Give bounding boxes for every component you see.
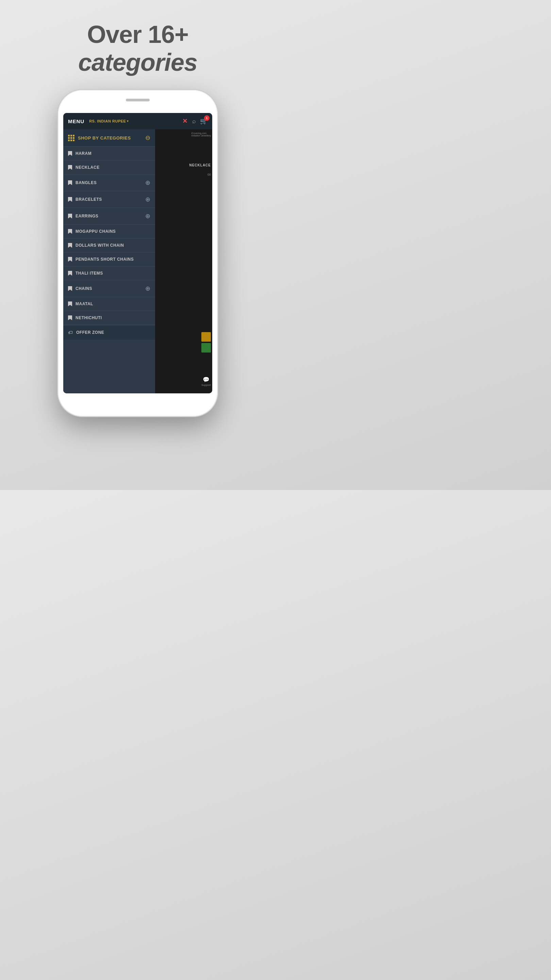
currency-selector[interactable]: RS. INDIAN RUPEE ▾ <box>89 119 129 123</box>
whatsapp-icon: 💬 <box>203 376 210 383</box>
menu-item[interactable]: BRACELETS⊕ <box>63 191 155 208</box>
menu-item[interactable]: DOLLARS WITH CHAIN <box>63 239 155 253</box>
menu-item[interactable]: MAATAL <box>63 297 155 311</box>
menu-item[interactable]: HARAM <box>63 147 155 161</box>
bookmark-icon <box>68 165 72 170</box>
menu-item-label: BANGLES <box>76 180 145 185</box>
support-section[interactable]: 💬 Support <box>202 376 211 387</box>
bookmark-icon <box>68 257 72 262</box>
chevron-down-icon: ▾ <box>127 119 129 123</box>
bookmark-icon <box>68 151 72 156</box>
menu-item[interactable]: NETHICHUTI <box>63 311 155 325</box>
menu-item-label: NETHICHUTI <box>76 315 150 320</box>
right-panel: iCovering.com Imitation Jewellery NECKLA… <box>155 129 212 393</box>
expand-icon[interactable]: ⊕ <box>145 212 150 220</box>
close-icon[interactable]: ✕ <box>182 118 187 125</box>
menu-item-label: MOGAPPU CHAINS <box>76 229 150 234</box>
product-label: NECKLACE <box>189 163 211 167</box>
offer-zone-item[interactable]: 🏷 OFFER ZONE <box>63 325 155 340</box>
menu-content: SHOP BY CATEGORIES ⊖ HARAMNECKLACEBANGLE… <box>63 129 212 393</box>
phone-screen: MENU RS. INDIAN RUPEE ▾ ✕ ⌕ 🛒 1 <box>63 113 212 393</box>
menu-item[interactable]: PENDANTS SHORT CHAINS <box>63 253 155 266</box>
minus-icon: ⊖ <box>145 134 150 142</box>
bookmark-icon <box>68 180 72 185</box>
bookmark-icon <box>68 243 72 248</box>
menu-item-label: MAATAL <box>76 301 150 306</box>
categories-label: SHOP BY CATEGORIES <box>78 135 145 140</box>
menu-items-list: HARAMNECKLACEBANGLES⊕BRACELETS⊕EARRINGS⊕… <box>63 147 155 325</box>
menu-item[interactable]: EARRINGS⊕ <box>63 208 155 224</box>
menu-item-label: DOLLARS WITH CHAIN <box>76 243 150 248</box>
menu-item-label: BRACELETS <box>76 197 145 202</box>
menu-item-label: NECKLACE <box>76 165 150 170</box>
menu-item-label: EARRINGS <box>76 214 145 218</box>
bookmark-icon <box>68 271 72 275</box>
menu-item-label: HARAM <box>76 151 150 156</box>
expand-icon[interactable]: ⊕ <box>145 179 150 186</box>
bookmark-icon <box>68 197 72 202</box>
bookmark-icon <box>68 286 72 291</box>
hero-section: Over 16+ categories <box>78 21 197 76</box>
expand-icon[interactable]: ⊕ <box>145 196 150 203</box>
menu-list: SHOP BY CATEGORIES ⊖ HARAMNECKLACEBANGLE… <box>63 129 155 393</box>
menu-header: MENU RS. INDIAN RUPEE ▾ ✕ ⌕ 🛒 1 <box>63 113 212 129</box>
support-label: Support <box>202 383 211 387</box>
color-swatch[interactable] <box>202 343 211 353</box>
expand-icon[interactable]: ⊕ <box>145 285 150 292</box>
menu-item[interactable]: NECKLACE <box>63 161 155 175</box>
phone-mockup: MENU RS. INDIAN RUPEE ▾ ✕ ⌕ 🛒 1 <box>58 90 218 417</box>
menu-item-label: THALI ITEMS <box>76 271 150 275</box>
hero-line1: Over 16+ <box>78 21 197 48</box>
menu-item[interactable]: THALI ITEMS <box>63 266 155 280</box>
menu-item[interactable]: MOGAPPU CHAINS <box>63 224 155 239</box>
tag-icon: 🏷 <box>68 330 73 335</box>
site-text: iCovering.com Imitation Jewellery <box>191 132 211 137</box>
bookmark-icon <box>68 315 72 320</box>
color-swatch[interactable] <box>202 332 211 342</box>
bookmark-icon <box>68 229 72 234</box>
menu-item-label: PENDANTS SHORT CHAINS <box>76 257 150 262</box>
cart-badge: 1 <box>204 115 210 121</box>
offer-zone-label: OFFER ZONE <box>76 330 104 335</box>
grid-icon <box>68 135 75 141</box>
color-swatches <box>202 332 211 353</box>
currency-text: RS. INDIAN RUPEE <box>89 119 126 123</box>
categories-header-item[interactable]: SHOP BY CATEGORIES ⊖ <box>63 129 155 147</box>
hero-line2: categories <box>78 48 197 76</box>
cart-wrapper[interactable]: 🛒 1 <box>200 118 208 125</box>
menu-item[interactable]: BANGLES⊕ <box>63 175 155 191</box>
phone-speaker <box>126 99 150 102</box>
menu-label: MENU <box>68 118 84 124</box>
menu-item-label: CHAINS <box>76 286 145 291</box>
menu-item[interactable]: CHAINS⊕ <box>63 280 155 297</box>
bookmark-icon <box>68 214 72 218</box>
bookmark-icon <box>68 301 72 306</box>
search-icon[interactable]: ⌕ <box>192 118 196 125</box>
product-price: 00 <box>208 173 211 176</box>
